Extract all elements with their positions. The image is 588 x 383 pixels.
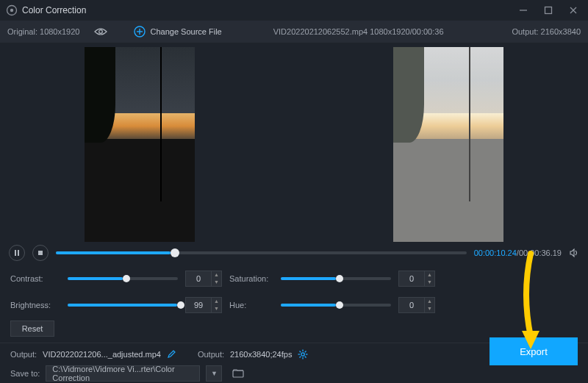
output-format-label: Output: xyxy=(198,350,224,359)
svg-line-18 xyxy=(300,351,301,353)
time-display: 00:00:10.24/00:00:36.19 xyxy=(474,248,562,257)
saturation-slider[interactable] xyxy=(281,277,391,280)
total-time: 00:00:36.19 xyxy=(519,248,562,257)
brightness-slider[interactable] xyxy=(68,304,178,307)
eye-icon[interactable] xyxy=(94,27,107,36)
brightness-label: Brightness: xyxy=(10,301,60,309)
open-folder-icon[interactable] xyxy=(232,368,244,379)
svg-line-21 xyxy=(300,357,301,358)
spinner-up-icon: ▲ xyxy=(212,271,221,279)
source-file-info: VID20220212062552.mp4 1080x1920/00:00:36 xyxy=(273,27,444,36)
maximize-icon[interactable] xyxy=(544,6,557,15)
pause-button[interactable] xyxy=(9,245,25,261)
svg-point-1 xyxy=(10,9,13,12)
change-source-label: Change Source File xyxy=(150,27,221,36)
playback-bar: 00:00:10.24/00:00:36.19 xyxy=(0,243,588,263)
svg-rect-12 xyxy=(38,251,43,255)
hue-label: Hue: xyxy=(229,301,273,309)
spinner-down-icon: ▼ xyxy=(212,279,221,286)
output-resolution-label: Output: 2160x3840 xyxy=(512,27,581,36)
svg-point-6 xyxy=(99,30,103,34)
svg-rect-11 xyxy=(18,250,19,256)
preview-output xyxy=(393,47,503,242)
contrast-value[interactable]: 0▲▼ xyxy=(185,271,222,287)
stop-button[interactable] xyxy=(32,245,49,261)
plus-icon xyxy=(134,26,146,37)
save-path-input[interactable]: C:\Vidmore\Vidmore Vi...rter\Color Corre… xyxy=(46,365,200,382)
export-button[interactable]: Export xyxy=(490,337,578,365)
original-resolution-label: Original: 1080x1920 xyxy=(7,27,79,36)
current-time: 00:00:10.24 xyxy=(474,248,517,257)
preview-original xyxy=(85,47,195,242)
saturation-value[interactable]: 0▲▼ xyxy=(398,271,435,287)
svg-rect-22 xyxy=(233,371,243,377)
svg-point-13 xyxy=(301,353,304,356)
save-to-label: Save to: xyxy=(10,369,40,378)
svg-rect-3 xyxy=(545,7,552,14)
volume-icon[interactable] xyxy=(569,248,579,258)
window-title: Color Correction xyxy=(22,5,86,15)
svg-line-20 xyxy=(305,351,306,353)
title-bar: Color Correction xyxy=(0,0,588,21)
contrast-slider[interactable] xyxy=(68,277,178,280)
reset-button[interactable]: Reset xyxy=(10,321,54,337)
svg-rect-10 xyxy=(15,250,16,256)
change-source-button[interactable]: Change Source File xyxy=(134,26,221,37)
hue-slider[interactable] xyxy=(281,304,391,307)
gear-icon[interactable] xyxy=(298,349,308,359)
app-logo-icon xyxy=(6,4,18,16)
preview-area xyxy=(0,43,588,243)
brightness-value[interactable]: 99▲▼ xyxy=(185,297,222,313)
contrast-label: Contrast: xyxy=(10,274,60,283)
minimize-icon[interactable] xyxy=(519,6,532,15)
output-format: 2160x3840;24fps xyxy=(230,350,292,359)
color-sliders: Contrast: 0▲▼ Saturation: 0▲▼ Brightness… xyxy=(0,263,588,319)
svg-line-19 xyxy=(305,357,306,358)
saturation-label: Saturation: xyxy=(229,274,273,283)
seek-slider[interactable] xyxy=(56,251,467,254)
save-path-dropdown[interactable]: ▼ xyxy=(206,365,222,382)
output-filename: VID2022021206..._adjusted.mp4 xyxy=(43,350,161,359)
edit-icon[interactable] xyxy=(167,350,176,359)
info-toolbar: Original: 1080x1920 Change Source File V… xyxy=(0,21,588,43)
close-icon[interactable] xyxy=(569,6,582,15)
hue-value[interactable]: 0▲▼ xyxy=(398,297,435,313)
output-filename-label: Output: xyxy=(10,350,37,359)
